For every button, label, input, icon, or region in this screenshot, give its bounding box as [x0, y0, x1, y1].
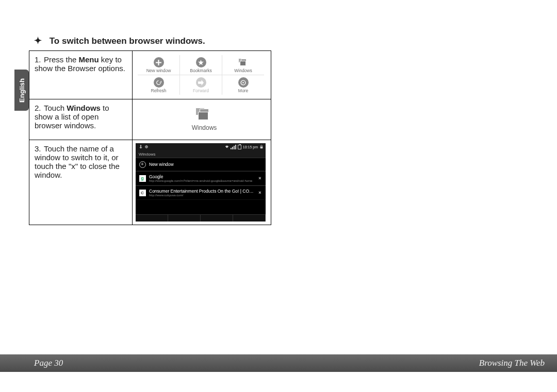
refresh-icon: [154, 77, 164, 88]
menu-bookmarks[interactable]: Bookmarks: [180, 55, 222, 75]
windows-icon: [238, 57, 249, 67]
step-2-text: 2.Touch Windows to show a list of open b…: [29, 99, 133, 140]
more-icon: [238, 77, 249, 88]
diamond-icon: ✦: [34, 36, 42, 46]
instruction-table: 1.Press the Menu key to show the Browser…: [29, 50, 271, 225]
menu-refresh[interactable]: Refresh: [138, 75, 180, 95]
windows-icon: [195, 108, 213, 121]
battery-icon: [238, 145, 241, 149]
step-1-image: New window Bookmarks Windows Refresh: [133, 51, 271, 99]
star-icon: [196, 57, 206, 67]
plus-icon: +: [139, 161, 146, 168]
browser-menu: New window Bookmarks Windows Refresh: [138, 55, 264, 95]
section-title: Browsing The Web: [479, 358, 545, 368]
wifi-icon: [225, 145, 229, 149]
status-bar: 10:15 pm: [136, 143, 266, 150]
usb-icon: [139, 145, 143, 149]
device-screenshot: 10:15 pm Windows + New window g Googleht…: [136, 143, 266, 221]
forward-icon: [196, 77, 206, 88]
language-tab: English: [14, 70, 29, 111]
svg-point-1: [242, 82, 244, 83]
windows-button[interactable]: Windows: [143, 108, 266, 131]
step-3-image: 10:15 pm Windows + New window g Googleht…: [133, 140, 271, 225]
section-heading: ✦ To switch between browser windows.: [34, 35, 205, 46]
lock-icon: [259, 145, 264, 149]
debug-icon: [144, 145, 149, 149]
page-footer: Page 30 Browsing The Web: [0, 354, 557, 372]
softkey-bar: [136, 214, 266, 221]
page-number: Page 30: [34, 358, 63, 368]
menu-forward: Forward: [180, 75, 222, 95]
window-row[interactable]: C Consumer Entertainment Products On the…: [136, 185, 266, 200]
menu-more[interactable]: More: [222, 75, 264, 95]
windows-title: Windows: [136, 150, 266, 158]
step-2-image: Windows: [133, 99, 271, 140]
language-label: English: [18, 78, 26, 103]
clock: 10:15 pm: [243, 145, 258, 149]
svg-rect-3: [260, 146, 263, 148]
menu-windows[interactable]: Windows: [222, 55, 264, 75]
new-window-row[interactable]: + New window: [136, 158, 266, 171]
close-icon[interactable]: ×: [257, 176, 263, 181]
menu-new-window[interactable]: New window: [138, 55, 180, 75]
plus-icon: [154, 57, 164, 67]
google-favicon: g: [139, 175, 146, 182]
window-row[interactable]: g Googlehttp://www.google.com/m?client=m…: [136, 171, 266, 185]
close-icon[interactable]: ×: [257, 190, 263, 195]
coby-favicon: C: [139, 190, 146, 196]
step-3-text: 3.Touch the name of a window to switch t…: [29, 140, 133, 225]
signal-icon: [231, 145, 236, 149]
step-1-text: 1.Press the Menu key to show the Browser…: [29, 51, 133, 99]
heading-text: To switch between browser windows.: [50, 36, 205, 46]
